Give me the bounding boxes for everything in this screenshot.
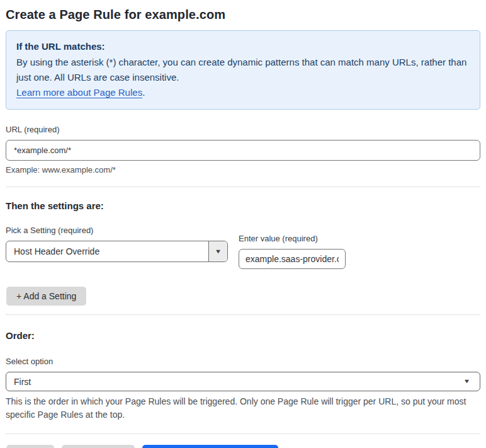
setting-picker-label: Pick a Setting (required) — [6, 226, 228, 236]
cancel-button[interactable]: Cancel — [6, 445, 54, 448]
info-box-body: By using the asterisk (*) character, you… — [16, 55, 470, 85]
add-setting-button[interactable]: + Add a Setting — [6, 287, 86, 306]
learn-more-link[interactable]: Learn more about Page Rules — [16, 87, 142, 98]
page-title: Create a Page Rule for example.com — [6, 6, 480, 23]
setting-value-label: Enter value (required) — [239, 234, 346, 244]
setting-value-column: Enter value (required) — [239, 226, 346, 269]
settings-section-heading: Then the settings are: — [6, 200, 480, 212]
url-input[interactable] — [6, 140, 480, 161]
save-and-deploy-button[interactable]: Save and Deploy Page Rule — [142, 445, 278, 448]
save-as-draft-button[interactable]: Save as Draft — [62, 445, 135, 448]
divider — [6, 187, 480, 187]
order-select-value: First — [14, 377, 464, 387]
chevron-down-icon: ▼ — [463, 379, 471, 384]
url-match-info-box: If the URL matches: By using the asteris… — [6, 30, 480, 110]
divider — [6, 434, 480, 434]
setting-select-caret-button[interactable]: ▼ — [208, 241, 227, 261]
order-select[interactable]: First ▼ — [6, 372, 480, 391]
order-select-label: Select option — [6, 357, 480, 367]
form-actions: Cancel Save as Draft Save and Deploy Pag… — [6, 445, 480, 448]
order-helper-text: This is the order in which your Page Rul… — [6, 395, 473, 422]
setting-picker-column: Pick a Setting (required) Host Header Ov… — [6, 226, 228, 269]
link-suffix: . — [142, 87, 145, 98]
info-box-heading: If the URL matches: — [16, 39, 470, 54]
url-example-text: Example: www.example.com/* — [6, 165, 480, 175]
setting-select[interactable]: Host Header Override ▼ — [6, 241, 228, 262]
info-box-link-line: Learn more about Page Rules. — [16, 85, 470, 100]
setting-row: Pick a Setting (required) Host Header Ov… — [6, 226, 480, 269]
divider — [6, 314, 480, 315]
chevron-down-icon: ▼ — [215, 249, 222, 255]
order-section-heading: Order: — [6, 330, 480, 342]
setting-value-input[interactable] — [239, 249, 346, 269]
page-rule-form: Create a Page Rule for example.com If th… — [0, 0, 486, 448]
url-field-label: URL (required) — [6, 125, 480, 135]
setting-select-value: Host Header Override — [6, 241, 208, 261]
